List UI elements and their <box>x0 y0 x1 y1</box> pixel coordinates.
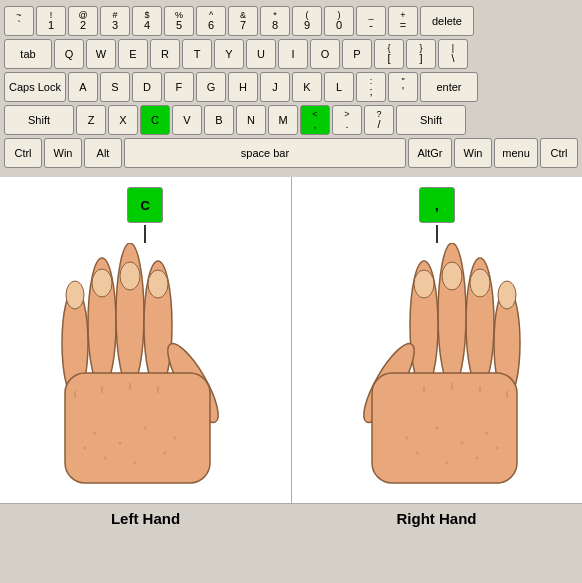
svg-point-41 <box>470 269 490 297</box>
key-win-right[interactable]: Win <box>454 138 492 168</box>
key-x[interactable]: X <box>108 105 138 135</box>
svg-point-20 <box>120 262 140 290</box>
key-alt-left[interactable]: Alt <box>84 138 122 168</box>
svg-point-42 <box>442 262 462 290</box>
svg-point-13 <box>164 452 167 455</box>
key-d[interactable]: D <box>132 72 162 102</box>
svg-point-10 <box>94 432 97 435</box>
key-r[interactable]: R <box>150 39 180 69</box>
key-win-left[interactable]: Win <box>44 138 82 168</box>
key-i[interactable]: I <box>278 39 308 69</box>
key-z[interactable]: Z <box>76 105 106 135</box>
key-altgr[interactable]: AltGr <box>408 138 452 168</box>
svg-point-35 <box>415 452 418 455</box>
key-slash[interactable]: ?/ <box>364 105 394 135</box>
key-j[interactable]: J <box>260 72 290 102</box>
key-a[interactable]: A <box>68 72 98 102</box>
key-enter[interactable]: enter <box>420 72 478 102</box>
key-l[interactable]: L <box>324 72 354 102</box>
key-ctrl-left[interactable]: Ctrl <box>4 138 42 168</box>
key-quote[interactable]: "' <box>388 72 418 102</box>
svg-rect-27 <box>372 373 517 483</box>
keyboard-section: ~`!1@2#3$4%5^6&7*8(9)0_-+=deletetabQWERT… <box>0 0 582 177</box>
key-y[interactable]: Y <box>214 39 244 69</box>
key-1[interactable]: !1 <box>36 6 66 36</box>
key-u[interactable]: U <box>246 39 276 69</box>
keyboard-row-4: CtrlWinAltspace barAltGrWinmenuCtrl <box>4 138 578 168</box>
right-hand-svg <box>337 243 537 503</box>
right-hand-container: , <box>292 177 583 503</box>
key-8[interactable]: *8 <box>260 6 290 36</box>
keyboard-row-0: ~`!1@2#3$4%5^6&7*8(9)0_-+=delete <box>4 6 578 36</box>
left-hand-label: Left Hand <box>0 503 291 533</box>
key-g[interactable]: G <box>196 72 226 102</box>
key-4[interactable]: $4 <box>132 6 162 36</box>
keyboard-row-2: Caps LockASDFGHJKL:;"'enter <box>4 72 578 102</box>
key-period[interactable]: >. <box>332 105 362 135</box>
key-shift-right[interactable]: Shift <box>396 105 466 135</box>
svg-point-15 <box>134 462 137 465</box>
key-2[interactable]: @2 <box>68 6 98 36</box>
key-7[interactable]: &7 <box>228 6 258 36</box>
svg-point-43 <box>414 270 434 298</box>
key-m[interactable]: M <box>268 105 298 135</box>
key-h[interactable]: H <box>228 72 258 102</box>
key-space[interactable]: space bar <box>124 138 406 168</box>
svg-point-37 <box>445 462 448 465</box>
svg-point-18 <box>66 281 84 309</box>
key-s[interactable]: S <box>100 72 130 102</box>
svg-point-16 <box>84 447 87 450</box>
key-equals[interactable]: += <box>388 6 418 36</box>
key-shift-left[interactable]: Shift <box>4 105 74 135</box>
key-o[interactable]: O <box>310 39 340 69</box>
hands-section: C <box>0 177 582 533</box>
key-lbracket[interactable]: {[ <box>374 39 404 69</box>
left-hand-key-indicator: C <box>127 187 163 223</box>
key-0[interactable]: )0 <box>324 6 354 36</box>
key-ctrl-right[interactable]: Ctrl <box>540 138 578 168</box>
left-hand-container: C <box>0 177 291 503</box>
left-hand-key-line <box>144 225 146 243</box>
key-tilde[interactable]: ~` <box>4 6 34 36</box>
key-rbracket[interactable]: }] <box>406 39 436 69</box>
svg-point-38 <box>495 447 498 450</box>
key-p[interactable]: P <box>342 39 372 69</box>
key-e[interactable]: E <box>118 39 148 69</box>
key-t[interactable]: T <box>182 39 212 69</box>
svg-point-14 <box>104 457 107 460</box>
svg-point-39 <box>405 437 408 440</box>
right-hand-key-line <box>436 225 438 243</box>
key-6[interactable]: ^6 <box>196 6 226 36</box>
right-hand-label: Right Hand <box>291 503 582 533</box>
key-delete[interactable]: delete <box>420 6 474 36</box>
key-v[interactable]: V <box>172 105 202 135</box>
key-n[interactable]: N <box>236 105 266 135</box>
key-f[interactable]: F <box>164 72 194 102</box>
key-c[interactable]: C <box>140 105 170 135</box>
key-comma[interactable]: <, <box>300 105 330 135</box>
key-b[interactable]: B <box>204 105 234 135</box>
key-menu[interactable]: menu <box>494 138 538 168</box>
svg-point-34 <box>435 427 438 430</box>
key-minus[interactable]: _- <box>356 6 386 36</box>
left-hand-svg <box>45 243 245 503</box>
key-capslock[interactable]: Caps Lock <box>4 72 66 102</box>
key-backslash[interactable]: |\ <box>438 39 468 69</box>
key-q[interactable]: Q <box>54 39 84 69</box>
key-3[interactable]: #3 <box>100 6 130 36</box>
svg-point-19 <box>92 269 112 297</box>
key-semicolon[interactable]: :; <box>356 72 386 102</box>
key-k[interactable]: K <box>292 72 322 102</box>
key-5[interactable]: %5 <box>164 6 194 36</box>
svg-rect-5 <box>65 373 210 483</box>
svg-point-11 <box>119 442 122 445</box>
key-tab[interactable]: tab <box>4 39 52 69</box>
svg-point-32 <box>485 432 488 435</box>
svg-point-40 <box>498 281 516 309</box>
key-9[interactable]: (9 <box>292 6 322 36</box>
key-w[interactable]: W <box>86 39 116 69</box>
right-hand-key-indicator: , <box>419 187 455 223</box>
svg-point-36 <box>475 457 478 460</box>
svg-point-17 <box>174 437 177 440</box>
svg-point-12 <box>144 427 147 430</box>
